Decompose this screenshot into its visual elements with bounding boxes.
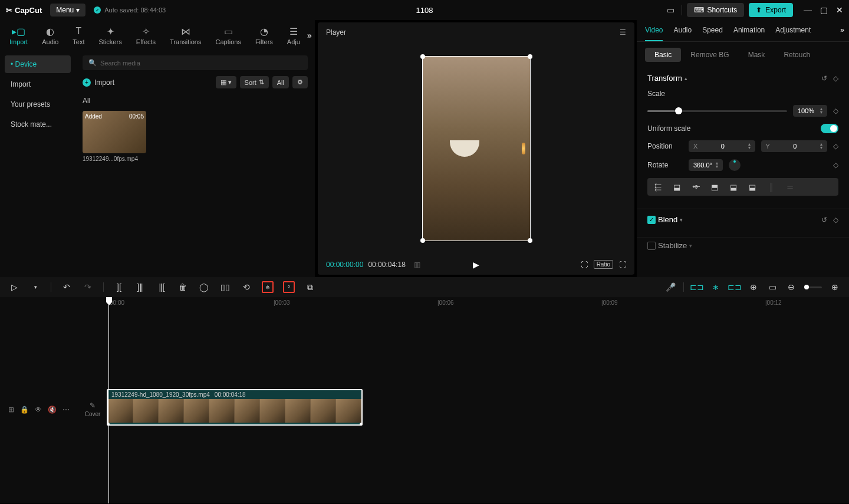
- selection-tool-icon[interactable]: ▷: [8, 281, 20, 293]
- video-clip[interactable]: 19312249-hd_1080_1920_30fps.mp4 00:00:04…: [107, 389, 363, 426]
- track-more-icon[interactable]: ⋯: [62, 406, 70, 414]
- track-area[interactable]: ⊞ 🔒 👁 🔇 ⋯ ✎ Cover 19312249-hd_1080_1920_…: [0, 310, 849, 487]
- clip-trim-right[interactable]: [360, 423, 363, 426]
- track-lock-icon[interactable]: 🔒: [20, 406, 29, 414]
- split-right-icon[interactable]: ‖[: [156, 281, 167, 293]
- uniform-scale-toggle[interactable]: [821, 124, 838, 133]
- play-button[interactable]: ▶: [473, 260, 479, 269]
- menu-button[interactable]: Menu▾: [50, 4, 85, 17]
- resize-handle[interactable]: [420, 54, 425, 59]
- crop-icon[interactable]: ⛶: [581, 261, 588, 269]
- resize-handle[interactable]: [528, 238, 532, 243]
- tabs-scroll-icon[interactable]: »: [840, 26, 844, 34]
- tab-import[interactable]: ▸▢Import: [2, 23, 35, 48]
- timeline-ruler[interactable]: 00:00|00:03|00:06|00:09|00:12: [0, 297, 849, 310]
- reverse-icon[interactable]: ⟲: [241, 281, 252, 293]
- maximize-button[interactable]: ▢: [820, 5, 828, 15]
- player-menu-icon[interactable]: ☰: [620, 28, 626, 37]
- blend-title[interactable]: ✓ Blend ▾: [647, 215, 683, 224]
- align-center-v-icon[interactable]: ⬓: [725, 180, 742, 193]
- scale-slider[interactable]: [647, 110, 787, 112]
- track-visible-icon[interactable]: 👁: [35, 406, 42, 414]
- scale-value-input[interactable]: 100% ▴▾: [793, 105, 827, 117]
- close-button[interactable]: ✕: [836, 5, 843, 15]
- tab-adjust[interactable]: ☰Adju: [280, 23, 307, 48]
- compare-icon[interactable]: ▥: [414, 261, 420, 269]
- undo-icon[interactable]: ↶: [61, 281, 73, 293]
- align-left-icon[interactable]: ⬱: [650, 180, 666, 193]
- tab-effects[interactable]: ✧Effects: [129, 23, 163, 48]
- track-expand-icon[interactable]: ⊞: [8, 406, 14, 414]
- freeze-icon[interactable]: ▯▯: [219, 281, 231, 293]
- magnet-icon[interactable]: ⊏⊐: [691, 281, 703, 293]
- redo-icon[interactable]: ↷: [82, 281, 94, 293]
- sidebar-item-import[interactable]: Import: [5, 75, 71, 93]
- prop-tab-speed[interactable]: Speed: [702, 26, 723, 41]
- prop-tab-video[interactable]: Video: [645, 26, 663, 41]
- selection-dropdown-icon[interactable]: ▾: [29, 281, 41, 293]
- subtab-mask[interactable]: Mask: [739, 48, 775, 62]
- position-y-input[interactable]: Y0 ▴▾: [761, 140, 828, 152]
- preview-icon[interactable]: ⊏⊐: [729, 281, 741, 293]
- link-icon[interactable]: ∗: [710, 281, 722, 293]
- search-input[interactable]: 🔍 Search media: [83, 55, 308, 70]
- export-button[interactable]: ⬆ Export: [749, 3, 793, 17]
- subtab-removebg[interactable]: Remove BG: [681, 48, 738, 62]
- subtab-basic[interactable]: Basic: [645, 48, 681, 62]
- snap-icon[interactable]: ⊕: [748, 281, 759, 293]
- import-button[interactable]: + Import: [83, 78, 114, 87]
- keyframe-icon[interactable]: ◇: [833, 216, 838, 224]
- media-thumbnail[interactable]: Added 00:05 19312249...0fps.mp4: [83, 111, 146, 162]
- view-toggle[interactable]: ▦ ▾: [216, 76, 236, 88]
- zoom-fit-icon[interactable]: ⊕: [829, 281, 841, 293]
- tabs-scroll-right-icon[interactable]: »: [307, 31, 317, 40]
- zoom-slider[interactable]: [804, 286, 822, 288]
- crop-tool-icon[interactable]: ⧉: [304, 281, 316, 293]
- track-mute-icon[interactable]: 🔇: [48, 406, 57, 414]
- rotate-tool-icon[interactable]: [283, 281, 295, 293]
- prop-tab-animation[interactable]: Animation: [733, 26, 765, 41]
- filter-all-label[interactable]: All: [83, 97, 308, 105]
- marker-icon[interactable]: ◯: [198, 281, 210, 293]
- ratio-button[interactable]: Ratio: [594, 260, 613, 269]
- sidebar-item-presets[interactable]: Your presets: [5, 95, 71, 113]
- tab-filters[interactable]: ◔Filters: [248, 23, 280, 48]
- video-frame[interactable]: [422, 56, 531, 241]
- tab-text[interactable]: TText: [65, 23, 91, 48]
- player-viewport[interactable]: [318, 42, 634, 254]
- zoom-out-icon[interactable]: ⊖: [785, 281, 797, 293]
- resize-handle[interactable]: [420, 238, 425, 243]
- prop-tab-adjustment[interactable]: Adjustment: [775, 26, 811, 41]
- keyframe-icon[interactable]: ◇: [833, 161, 838, 169]
- align-top-icon[interactable]: ⬒: [706, 180, 723, 193]
- rotate-value-input[interactable]: 360.0° ▴▾: [689, 159, 723, 171]
- tab-captions[interactable]: ▭Captions: [208, 23, 248, 48]
- delete-icon[interactable]: 🗑: [177, 281, 189, 293]
- tab-audio[interactable]: ◐Audio: [35, 23, 65, 48]
- split-icon[interactable]: ][: [113, 281, 125, 293]
- layout-icon[interactable]: ▭: [665, 4, 677, 16]
- filter-settings-icon[interactable]: ⚙: [292, 76, 308, 88]
- blend-checkbox[interactable]: ✓: [647, 216, 656, 224]
- align-center-h-icon[interactable]: ⬓: [669, 180, 685, 193]
- tab-stickers[interactable]: ✦Stickers: [92, 23, 129, 48]
- tab-transitions[interactable]: ⋈Transitions: [163, 23, 208, 48]
- track-icon[interactable]: ▭: [766, 281, 778, 293]
- keyframe-icon[interactable]: ◇: [833, 107, 838, 115]
- subtab-retouch[interactable]: Retouch: [774, 48, 820, 62]
- minimize-button[interactable]: —: [804, 5, 812, 15]
- align-bottom-icon[interactable]: ⬓: [744, 180, 761, 193]
- position-x-input[interactable]: X0 ▴▾: [689, 140, 755, 152]
- mirror-icon[interactable]: [262, 281, 274, 293]
- fullscreen-icon[interactable]: ⛶: [619, 261, 626, 269]
- filter-all-button[interactable]: All: [272, 76, 289, 88]
- rotate-dial[interactable]: [729, 159, 741, 171]
- cover-button[interactable]: ✎ Cover: [81, 401, 104, 417]
- reset-icon[interactable]: ↺: [821, 74, 827, 83]
- split-left-icon[interactable]: ]‖: [134, 281, 146, 293]
- shortcuts-button[interactable]: ⌨ Shortcuts: [687, 3, 745, 17]
- sort-button[interactable]: Sort ⇅: [240, 76, 269, 88]
- reset-icon[interactable]: ↺: [821, 216, 827, 224]
- prop-tab-audio[interactable]: Audio: [673, 26, 692, 41]
- mic-icon[interactable]: 🎤: [664, 281, 676, 293]
